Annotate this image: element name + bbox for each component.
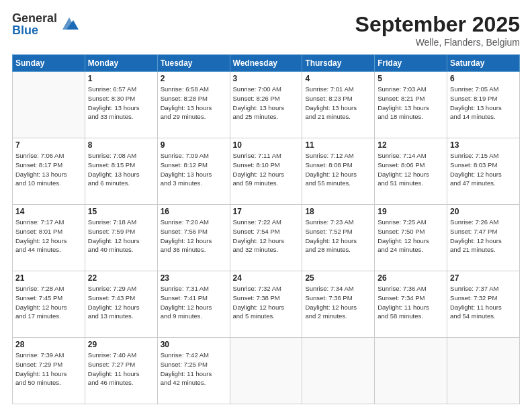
day-info: Sunrise: 7:05 AMSunset: 8:19 PMDaylight:… [450, 85, 517, 122]
day-number: 7 [15, 140, 82, 150]
day-number: 15 [88, 207, 154, 216]
day-number: 16 [161, 207, 227, 216]
day-info: Sunrise: 7:36 AMSunset: 7:34 PMDaylight:… [378, 284, 444, 321]
day-number: 24 [233, 273, 300, 283]
header-monday: Monday [85, 55, 157, 72]
day-number: 22 [88, 273, 154, 283]
calendar: SundayMondayTuesdayWednesdayThursdayFrid… [12, 54, 520, 404]
logo: General Blue [12, 12, 79, 36]
calendar-cell: 22Sunrise: 7:29 AMSunset: 7:43 PMDayligh… [85, 271, 157, 338]
day-number: 1 [88, 74, 154, 83]
day-number: 18 [305, 207, 371, 216]
day-info: Sunrise: 7:15 AMSunset: 8:03 PMDaylight:… [450, 151, 517, 188]
day-number: 26 [378, 273, 444, 283]
calendar-cell: 9Sunrise: 7:09 AMSunset: 8:12 PMDaylight… [157, 138, 230, 205]
header-saturday: Saturday [447, 55, 520, 72]
day-info: Sunrise: 7:01 AMSunset: 8:23 PMDaylight:… [305, 85, 371, 122]
logo-blue-text: Blue [12, 24, 57, 36]
day-number: 3 [233, 74, 300, 83]
calendar-cell: 30Sunrise: 7:42 AMSunset: 7:25 PMDayligh… [157, 338, 230, 404]
day-number: 6 [450, 74, 517, 83]
day-info: Sunrise: 7:42 AMSunset: 7:25 PMDaylight:… [161, 351, 227, 387]
day-info: Sunrise: 7:23 AMSunset: 7:52 PMDaylight:… [305, 218, 371, 255]
title-area: September 2025 Welle, Flanders, Belgium [355, 12, 520, 48]
day-info: Sunrise: 7:17 AMSunset: 8:01 PMDaylight:… [15, 218, 82, 255]
calendar-cell [302, 338, 375, 404]
header-tuesday: Tuesday [157, 55, 230, 72]
day-info: Sunrise: 7:29 AMSunset: 7:43 PMDaylight:… [88, 284, 154, 321]
calendar-cell [447, 338, 520, 404]
calendar-cell: 29Sunrise: 7:40 AMSunset: 7:27 PMDayligh… [85, 338, 157, 404]
calendar-cell [375, 338, 447, 404]
calendar-cell [230, 338, 302, 404]
calendar-cell: 27Sunrise: 7:37 AMSunset: 7:32 PMDayligh… [447, 271, 520, 338]
day-number: 30 [161, 340, 227, 349]
day-info: Sunrise: 7:06 AMSunset: 8:17 PMDaylight:… [15, 151, 82, 188]
calendar-cell: 14Sunrise: 7:17 AMSunset: 8:01 PMDayligh… [13, 205, 85, 271]
header-sunday: Sunday [13, 55, 85, 72]
day-info: Sunrise: 7:22 AMSunset: 7:54 PMDaylight:… [233, 218, 300, 255]
calendar-cell: 12Sunrise: 7:14 AMSunset: 8:06 PMDayligh… [375, 138, 447, 205]
day-info: Sunrise: 7:25 AMSunset: 7:50 PMDaylight:… [378, 218, 444, 255]
calendar-cell: 8Sunrise: 7:08 AMSunset: 8:15 PMDaylight… [85, 138, 157, 205]
day-info: Sunrise: 7:03 AMSunset: 8:21 PMDaylight:… [378, 85, 444, 122]
day-info: Sunrise: 7:40 AMSunset: 7:27 PMDaylight:… [88, 351, 154, 387]
calendar-cell: 5Sunrise: 7:03 AMSunset: 8:21 PMDaylight… [375, 72, 447, 138]
day-number: 13 [450, 140, 517, 150]
calendar-cell: 28Sunrise: 7:39 AMSunset: 7:29 PMDayligh… [13, 338, 85, 404]
day-info: Sunrise: 7:11 AMSunset: 8:10 PMDaylight:… [233, 151, 300, 188]
day-number: 5 [378, 74, 444, 83]
calendar-cell: 20Sunrise: 7:26 AMSunset: 7:47 PMDayligh… [447, 205, 520, 271]
day-number: 8 [88, 140, 154, 150]
day-info: Sunrise: 7:28 AMSunset: 7:45 PMDaylight:… [15, 284, 82, 321]
day-info: Sunrise: 7:37 AMSunset: 7:32 PMDaylight:… [450, 284, 517, 321]
calendar-cell: 25Sunrise: 7:34 AMSunset: 7:36 PMDayligh… [302, 271, 375, 338]
day-info: Sunrise: 6:57 AMSunset: 8:30 PMDaylight:… [88, 85, 154, 122]
calendar-cell: 11Sunrise: 7:12 AMSunset: 8:08 PMDayligh… [302, 138, 375, 205]
calendar-cell: 7Sunrise: 7:06 AMSunset: 8:17 PMDaylight… [13, 138, 85, 205]
calendar-cell: 24Sunrise: 7:32 AMSunset: 7:38 PMDayligh… [230, 271, 302, 338]
day-info: Sunrise: 7:14 AMSunset: 8:06 PMDaylight:… [378, 151, 444, 188]
day-number: 19 [378, 207, 444, 216]
calendar-cell [13, 72, 85, 138]
location: Welle, Flanders, Belgium [355, 37, 520, 48]
day-info: Sunrise: 7:18 AMSunset: 7:59 PMDaylight:… [88, 218, 154, 255]
day-number: 20 [450, 207, 517, 216]
month-title: September 2025 [355, 12, 520, 37]
day-info: Sunrise: 7:09 AMSunset: 8:12 PMDaylight:… [161, 151, 227, 188]
day-info: Sunrise: 7:32 AMSunset: 7:38 PMDaylight:… [233, 284, 300, 321]
day-number: 29 [88, 340, 154, 349]
day-info: Sunrise: 7:12 AMSunset: 8:08 PMDaylight:… [305, 151, 371, 188]
calendar-cell: 4Sunrise: 7:01 AMSunset: 8:23 PMDaylight… [302, 72, 375, 138]
day-number: 12 [378, 140, 444, 150]
day-number: 25 [305, 273, 371, 283]
calendar-cell: 17Sunrise: 7:22 AMSunset: 7:54 PMDayligh… [230, 205, 302, 271]
day-number: 14 [15, 207, 82, 216]
logo-icon [60, 15, 79, 34]
day-number: 11 [305, 140, 371, 150]
day-info: Sunrise: 7:20 AMSunset: 7:56 PMDaylight:… [161, 218, 227, 255]
day-info: Sunrise: 7:34 AMSunset: 7:36 PMDaylight:… [305, 284, 371, 321]
day-info: Sunrise: 7:08 AMSunset: 8:15 PMDaylight:… [88, 151, 154, 188]
day-number: 4 [305, 74, 371, 83]
day-number: 9 [161, 140, 227, 150]
day-info: Sunrise: 6:58 AMSunset: 8:28 PMDaylight:… [161, 85, 227, 122]
calendar-cell: 3Sunrise: 7:00 AMSunset: 8:26 PMDaylight… [230, 72, 302, 138]
day-info: Sunrise: 7:31 AMSunset: 7:41 PMDaylight:… [161, 284, 227, 321]
day-number: 27 [450, 273, 517, 283]
day-number: 23 [161, 273, 227, 283]
day-number: 2 [161, 74, 227, 83]
calendar-cell: 26Sunrise: 7:36 AMSunset: 7:34 PMDayligh… [375, 271, 447, 338]
day-number: 10 [233, 140, 300, 150]
calendar-cell: 15Sunrise: 7:18 AMSunset: 7:59 PMDayligh… [85, 205, 157, 271]
calendar-cell: 21Sunrise: 7:28 AMSunset: 7:45 PMDayligh… [13, 271, 85, 338]
day-info: Sunrise: 7:26 AMSunset: 7:47 PMDaylight:… [450, 218, 517, 255]
calendar-cell: 10Sunrise: 7:11 AMSunset: 8:10 PMDayligh… [230, 138, 302, 205]
calendar-cell: 2Sunrise: 6:58 AMSunset: 8:28 PMDaylight… [157, 72, 230, 138]
header-thursday: Thursday [302, 55, 375, 72]
calendar-cell: 18Sunrise: 7:23 AMSunset: 7:52 PMDayligh… [302, 205, 375, 271]
logo-general-text: General [12, 12, 57, 24]
calendar-cell: 23Sunrise: 7:31 AMSunset: 7:41 PMDayligh… [157, 271, 230, 338]
calendar-cell: 13Sunrise: 7:15 AMSunset: 8:03 PMDayligh… [447, 138, 520, 205]
calendar-cell: 6Sunrise: 7:05 AMSunset: 8:19 PMDaylight… [447, 72, 520, 138]
